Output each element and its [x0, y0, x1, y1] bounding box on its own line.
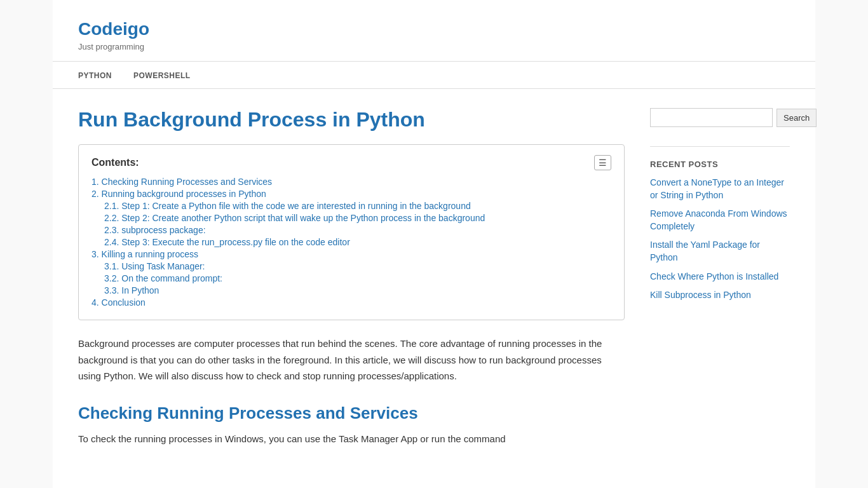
toc-link[interactable]: 3.1. Using Task Manager:: [104, 261, 205, 271]
article-intro: Background processes are computer proces…: [78, 336, 625, 384]
list-item: 3.2. On the command prompt:: [92, 273, 611, 283]
list-item: 3.3. In Python: [92, 285, 611, 295]
section1-text: To check the running processes in Window…: [78, 431, 625, 447]
list-item: Kill Subprocess in Python: [650, 289, 790, 302]
table-of-contents: Contents: ☰ 1. Checking Running Processe…: [78, 144, 625, 320]
list-item: Convert a NoneType to an Integer or Stri…: [650, 177, 790, 201]
search-button[interactable]: Search: [776, 109, 817, 127]
list-item: 2.4. Step 3: Execute the run_process.py …: [92, 237, 611, 247]
list-item: 2. Running background processes in Pytho…: [92, 189, 611, 199]
section1-heading: Checking Running Processes and Services: [78, 403, 625, 423]
search-widget: Search: [650, 108, 790, 127]
page-layout: Run Background Process in Python Content…: [53, 89, 815, 466]
toc-link[interactable]: 3.2. On the command prompt:: [104, 273, 222, 283]
site-tagline: Just programming: [78, 42, 790, 51]
list-item: 2.3. subprocess package:: [92, 225, 611, 235]
nav-item-powershell[interactable]: POWERSHELL: [133, 71, 191, 80]
list-item: 3.1. Using Task Manager:: [92, 261, 611, 271]
main-content: Run Background Process in Python Content…: [78, 108, 625, 447]
search-form: Search: [650, 108, 790, 127]
toc-title: Contents:: [92, 157, 139, 168]
list-item: Check Where Python is Installed: [650, 271, 790, 283]
recent-post-link[interactable]: Kill Subprocess in Python: [650, 290, 751, 300]
toc-link[interactable]: 1. Checking Running Processes and Servic…: [92, 177, 272, 187]
list-item: Remove Anaconda From Windows Completely: [650, 208, 790, 233]
search-input[interactable]: [650, 108, 773, 127]
recent-post-link[interactable]: Install the Yaml Package for Python: [650, 240, 760, 262]
toc-link[interactable]: 2.3. subprocess package:: [104, 225, 206, 235]
nav-item-python[interactable]: PYTHON: [78, 71, 112, 80]
list-item: 4. Conclusion: [92, 297, 611, 308]
recent-post-link[interactable]: Convert a NoneType to an Integer or Stri…: [650, 177, 784, 200]
recent-post-link[interactable]: Check Where Python is Installed: [650, 271, 778, 281]
toc-link[interactable]: 2. Running background processes in Pytho…: [92, 189, 266, 199]
toc-toggle-button[interactable]: ☰: [594, 155, 611, 170]
toc-link[interactable]: 4. Conclusion: [92, 297, 146, 308]
list-item: 2.1. Step 1: Create a Python file with t…: [92, 201, 611, 211]
site-nav: PYTHON POWERSHELL: [53, 62, 815, 89]
site-title[interactable]: Codeigo: [78, 19, 790, 39]
toc-link[interactable]: 3.3. In Python: [104, 285, 159, 295]
recent-posts-widget: RECENT POSTS Convert a NoneType to an In…: [650, 146, 790, 302]
toc-link[interactable]: 2.1. Step 1: Create a Python file with t…: [104, 201, 471, 211]
sidebar: Search RECENT POSTS Convert a NoneType t…: [650, 108, 790, 447]
list-item: 2.2. Step 2: Create another Python scrip…: [92, 213, 611, 223]
site-header: Codeigo Just programming: [53, 0, 815, 62]
list-item: 3. Killing a running process: [92, 249, 611, 259]
toc-link[interactable]: 3. Killing a running process: [92, 249, 198, 259]
toc-header: Contents: ☰: [92, 155, 611, 170]
recent-post-link[interactable]: Remove Anaconda From Windows Completely: [650, 208, 787, 231]
recent-posts-list: Convert a NoneType to an Integer or Stri…: [650, 177, 790, 302]
toc-link[interactable]: 2.4. Step 3: Execute the run_process.py …: [104, 237, 350, 247]
toc-list: 1. Checking Running Processes and Servic…: [92, 177, 611, 308]
list-item: 1. Checking Running Processes and Servic…: [92, 177, 611, 187]
list-item: Install the Yaml Package for Python: [650, 239, 790, 264]
toc-link[interactable]: 2.2. Step 2: Create another Python scrip…: [104, 213, 485, 223]
recent-posts-heading: RECENT POSTS: [650, 146, 790, 169]
page-title: Run Background Process in Python: [78, 108, 625, 132]
